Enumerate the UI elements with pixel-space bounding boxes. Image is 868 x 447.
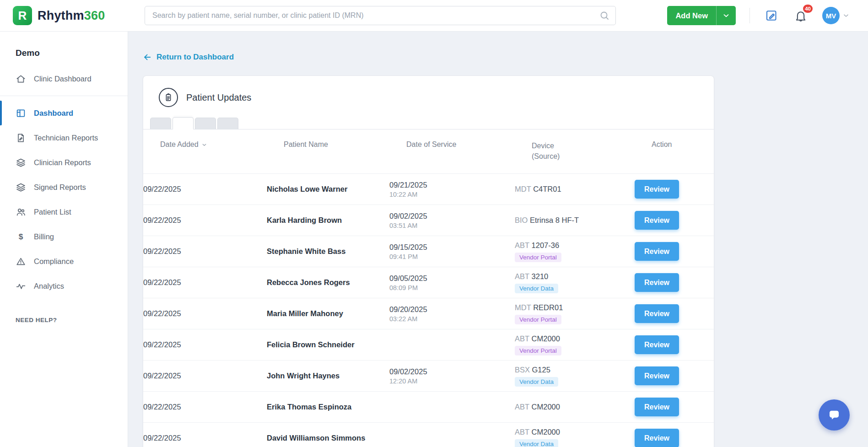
svg-text:$: $ [19, 232, 23, 241]
device-vendor: ABT [515, 334, 529, 343]
sidebar-item-technician-reports[interactable]: Technician Reports [0, 125, 128, 150]
search-input[interactable] [145, 6, 616, 25]
sidebar-item-clinic-dashboard[interactable]: Clinic Dashboard [0, 66, 128, 91]
reports-compose-button[interactable] [764, 8, 779, 23]
pulse-icon [16, 281, 26, 291]
date-added-cell: 09/22/2025 [143, 216, 267, 225]
sidebar-item-clinician-reports[interactable]: Clinician Reports [0, 150, 128, 175]
avatar[interactable]: MV [822, 7, 840, 24]
tab-device-changeouts[interactable] [195, 118, 216, 129]
tab-device-conflicts[interactable] [173, 117, 194, 129]
service-time: 03:22 AM [389, 315, 515, 323]
active-indicator [0, 101, 2, 125]
sidebar-item-analytics[interactable]: Analytics [0, 274, 128, 298]
chevron-down-icon[interactable] [717, 11, 736, 20]
review-button[interactable]: Review [635, 180, 679, 199]
review-button[interactable]: Review [635, 242, 679, 261]
device-model: C4TR01 [533, 185, 561, 193]
tab-new-update-patients[interactable] [150, 118, 171, 129]
sidebar-item-billing[interactable]: $ Billing [0, 224, 128, 249]
layers-icon [16, 157, 26, 168]
sidebar-item-compliance[interactable]: Compliance [0, 249, 128, 274]
table-row: 09/22/2025 Stephanie White Bass 09/15/20… [143, 236, 714, 267]
table-row: 09/22/2025 Nicholas Lowe Warner 09/21/20… [143, 173, 714, 205]
sidebar-item-patient-list[interactable]: Patient List [0, 199, 128, 224]
date-of-service-cell: 09/02/2025 12:20 AM [389, 367, 515, 385]
sidebar-item-dashboard[interactable]: Dashboard [0, 101, 128, 125]
date-of-service-cell: 09/15/2025 09:41 PM [389, 243, 515, 260]
patient-name-cell: Maria Miller Mahoney [267, 309, 389, 318]
active-indicator [0, 125, 2, 150]
user-menu[interactable]: MV [822, 7, 850, 24]
dollar-icon: $ [16, 232, 26, 242]
patient-name-cell: Karla Harding Brown [267, 216, 389, 225]
add-new-button[interactable]: Add New [667, 6, 736, 25]
tab-resolve-export-failures[interactable] [217, 118, 238, 129]
table-row: 09/22/2025 Karla Harding Brown 09/02/202… [143, 205, 714, 236]
review-button[interactable]: Review [635, 273, 679, 292]
device-cell: ABT 1207-36 Vendor Portal [515, 241, 635, 262]
date-added-cell: 09/22/2025 [143, 372, 267, 380]
device-vendor: BSX [515, 366, 530, 374]
patient-name-cell: Rebecca Jones Rogers [267, 278, 389, 287]
sidebar-item-label: Patient List [34, 208, 71, 216]
review-button[interactable]: Review [635, 335, 679, 354]
sidebar-item-signed-reports[interactable]: Signed Reports [0, 175, 128, 199]
action-cell: Review [635, 335, 714, 354]
review-button[interactable]: Review [635, 211, 679, 230]
column-label: Device [532, 140, 652, 151]
date-of-service-cell: 09/05/2025 08:09 PM [389, 274, 515, 291]
review-button[interactable]: Review [635, 304, 679, 323]
date-added-cell: 09/22/2025 [143, 434, 267, 442]
chevron-down-icon [842, 12, 850, 19]
topbar-divider [749, 8, 750, 23]
active-indicator [0, 199, 2, 224]
notification-badge: 40 [802, 4, 814, 14]
need-help-link[interactable]: NEED HELP? [0, 317, 128, 323]
sidebar: Demo Clinic Dashboard Dashboard Technici… [0, 32, 128, 447]
table-body: 09/22/2025 Nicholas Lowe Warner 09/21/20… [143, 173, 714, 447]
active-indicator [0, 175, 2, 199]
service-time: 03:51 AM [389, 222, 515, 229]
clipboard-icon [159, 88, 178, 107]
dashboard-icon [16, 108, 26, 118]
device-vendor: ABT [515, 403, 529, 411]
page-title: Patient Updates [186, 92, 251, 103]
return-to-dashboard-link[interactable]: Return to Dashboard [143, 53, 234, 62]
date-of-service-cell: 09/02/2025 03:51 AM [389, 212, 515, 229]
column-header-date-of-service: Date of Service [406, 140, 532, 149]
date-added-cell: 09/22/2025 [143, 185, 267, 194]
device-cell: BIO Etrinsa 8 HF-T [515, 216, 635, 225]
table-header: Date Added Patient Name Date of Service … [143, 129, 714, 173]
device-cell: ABT CM2000 Vendor Portal [515, 334, 635, 355]
date-added-cell: 09/22/2025 [143, 278, 267, 287]
device-vendor: ABT [515, 428, 529, 436]
review-button[interactable]: Review [635, 429, 679, 447]
device-model: REDR01 [533, 303, 563, 312]
back-link-label: Return to Dashboard [156, 53, 234, 62]
table-row: 09/22/2025 John Wright Haynes 09/02/2025… [143, 360, 714, 391]
device-cell: ABT 3210 Vendor Data [515, 272, 635, 293]
active-indicator [0, 249, 2, 274]
action-cell: Review [635, 211, 714, 230]
table-row: 09/22/2025 Rebecca Jones Rogers 09/05/20… [143, 267, 714, 298]
service-date: 09/20/2025 [389, 305, 515, 314]
notifications-button[interactable]: 40 [793, 8, 809, 23]
service-date: 09/02/2025 [389, 212, 515, 221]
arrow-left-icon [143, 53, 152, 62]
service-date: 09/15/2025 [389, 243, 515, 252]
review-button[interactable]: Review [635, 398, 679, 416]
brand-name: Rhythm360 [38, 9, 105, 23]
active-indicator [0, 66, 2, 91]
chat-support-button[interactable] [819, 399, 850, 431]
active-indicator [0, 224, 2, 249]
patient-updates-card: Patient Updates Date Added Patient Name … [143, 75, 714, 447]
sidebar-item-label: Clinician Reports [34, 158, 91, 167]
sidebar-divider [0, 96, 128, 96]
warning-icon [16, 256, 26, 267]
column-header-date-added[interactable]: Date Added [160, 140, 284, 149]
review-button[interactable]: Review [635, 366, 679, 385]
action-cell: Review [635, 398, 714, 416]
sidebar-item-label: Compliance [34, 257, 74, 266]
patient-name-cell: Nicholas Lowe Warner [267, 185, 389, 194]
